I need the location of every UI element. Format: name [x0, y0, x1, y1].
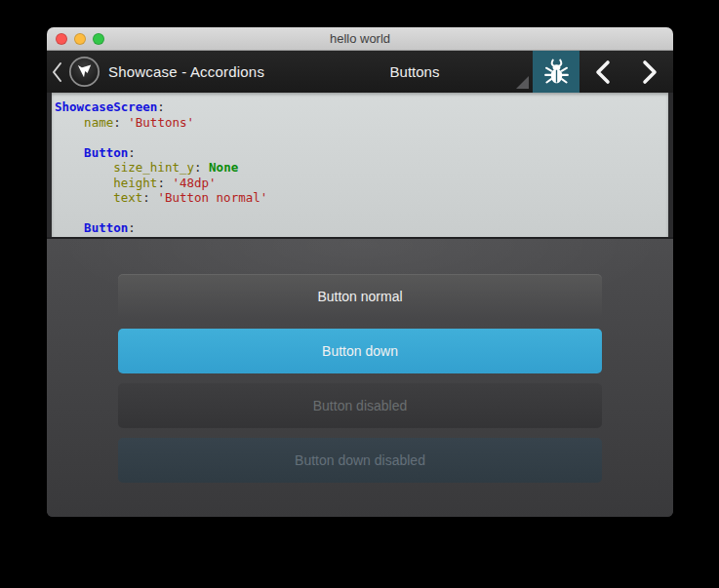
close-window-icon[interactable] — [56, 33, 67, 45]
code-line — [55, 130, 668, 145]
button-normal[interactable]: Button normal — [118, 274, 602, 319]
screen-spinner[interactable]: Buttons — [297, 51, 533, 93]
code-line: height: '48dp' — [55, 176, 668, 191]
window-title: hello world — [330, 31, 390, 46]
prev-screen-button[interactable] — [579, 51, 626, 93]
debug-button[interactable] — [533, 51, 579, 93]
back-button[interactable]: Showcase - Accordions — [47, 51, 264, 93]
window-titlebar[interactable]: hello world — [47, 27, 673, 51]
button-down[interactable]: Button down — [118, 329, 602, 373]
traffic-lights — [56, 27, 104, 50]
code-line: text: 'Button normal' — [55, 190, 668, 206]
code-line — [55, 206, 668, 221]
back-chevron-icon — [51, 60, 64, 84]
app-window: hello world Showcase - Acc — [47, 27, 673, 517]
action-bar: Showcase - Accordions Buttons — [47, 51, 673, 93]
showcase-content: Button normal Button down Button disable… — [47, 239, 673, 517]
code-line: name: 'Buttons' — [55, 115, 668, 131]
minimize-window-icon[interactable] — [74, 33, 86, 45]
desktop-background: hello world Showcase - Acc — [0, 0, 719, 588]
screen-spinner-value: Buttons — [390, 63, 440, 80]
chevron-left-icon — [592, 59, 614, 85]
bug-icon — [543, 58, 570, 86]
next-screen-button[interactable] — [626, 51, 673, 93]
chevron-right-icon — [639, 59, 660, 85]
code-line: Button: — [55, 220, 668, 236]
code-panel-frame: ShowcaseScreen: name: 'Buttons' Button: … — [47, 93, 673, 239]
code-line: size_hint_y: None — [55, 160, 668, 176]
kivy-logo-icon — [68, 56, 100, 88]
dropdown-caret-icon — [516, 76, 529, 89]
actionbar-spacer — [264, 51, 297, 93]
button-down-disabled: Button down disabled — [118, 438, 602, 483]
code-line: Button: — [55, 145, 668, 161]
code-line: ShowcaseScreen: — [55, 99, 668, 115]
zoom-window-icon[interactable] — [93, 33, 104, 45]
button-disabled: Button disabled — [118, 383, 602, 428]
app-title: Showcase - Accordions — [108, 63, 264, 80]
code-editor[interactable]: ShowcaseScreen: name: 'Buttons' Button: … — [52, 93, 668, 237]
